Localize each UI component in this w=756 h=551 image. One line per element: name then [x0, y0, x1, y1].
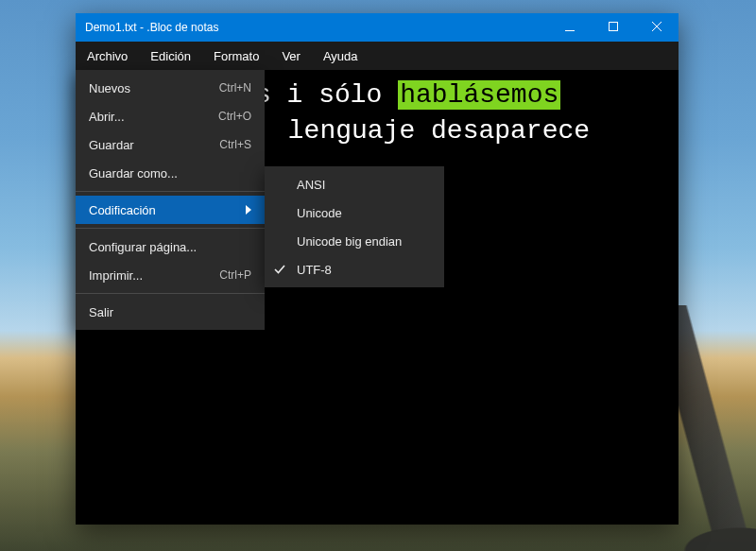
minimize-button[interactable]	[548, 13, 592, 42]
menu-item-imprimir[interactable]: Imprimir... Ctrl+P	[76, 261, 265, 289]
menu-item-label: Imprimir...	[89, 268, 202, 283]
menu-item-label: UTF-8	[297, 263, 431, 277]
minimize-icon	[565, 21, 575, 34]
menu-item-shortcut: Ctrl+N	[219, 81, 251, 95]
menu-item-shortcut: Ctrl+O	[218, 110, 251, 123]
menu-item-label: Guardar como...	[89, 166, 251, 181]
menu-separator	[76, 293, 265, 294]
menu-item-label: Guardar	[89, 138, 202, 152]
menu-item-label: Abrir...	[89, 110, 201, 124]
encoding-option-unicode-be[interactable]: Unicode big endian	[265, 227, 444, 255]
menu-item-nuevos[interactable]: Nuevos Ctrl+N	[76, 74, 265, 102]
menu-item-label: Unicode big endian	[297, 234, 431, 249]
encoding-option-ansi[interactable]: ANSI	[265, 170, 444, 198]
menu-ver[interactable]: Ver	[270, 42, 312, 70]
editor-text: s i sólo	[255, 80, 398, 110]
menubar: Archivo Edición Formato Ver Ayuda	[76, 42, 679, 70]
window-title: Demo1.txt - .Bloc de notas	[85, 21, 548, 34]
menu-item-label: Codificación	[89, 203, 225, 217]
menu-item-codificacion[interactable]: Codificación	[76, 196, 265, 224]
menu-item-label: Nuevos	[89, 81, 202, 95]
chevron-right-icon	[242, 205, 251, 215]
menu-item-configurar-pagina[interactable]: Configurar página...	[76, 232, 265, 261]
menu-item-label: Salir	[89, 305, 251, 319]
close-icon	[652, 21, 662, 34]
menu-item-shortcut: Ctrl+S	[219, 138, 251, 151]
menu-item-guardar-como[interactable]: Guardar como...	[76, 159, 265, 187]
check-icon	[274, 264, 287, 275]
menu-formato[interactable]: Formato	[202, 42, 270, 70]
maximize-icon	[609, 21, 618, 34]
menu-archivo[interactable]: Archivo	[76, 42, 139, 70]
titlebar[interactable]: Demo1.txt - .Bloc de notas	[76, 13, 679, 42]
maximize-button[interactable]	[592, 13, 635, 42]
menu-ayuda[interactable]: Ayuda	[312, 42, 369, 70]
menu-item-shortcut: Ctrl+P	[219, 268, 251, 282]
archivo-dropdown: Nuevos Ctrl+N Abrir... Ctrl+O Guardar Ct…	[76, 70, 265, 330]
menu-item-label: Configurar página...	[89, 240, 251, 254]
encoding-option-utf8[interactable]: UTF-8	[265, 255, 444, 284]
svg-rect-1	[610, 23, 618, 31]
codificacion-submenu: ANSI Unicode Unicode big endian UTF-8	[265, 166, 444, 287]
menu-item-abrir[interactable]: Abrir... Ctrl+O	[76, 102, 265, 130]
menu-item-label: Unicode	[297, 206, 431, 220]
menu-separator	[76, 228, 265, 229]
menu-item-guardar[interactable]: Guardar Ctrl+S	[76, 130, 265, 159]
menu-edicion[interactable]: Edición	[139, 42, 202, 70]
encoding-option-unicode[interactable]: Unicode	[265, 198, 444, 227]
close-button[interactable]	[635, 13, 679, 42]
menu-item-label: ANSI	[297, 178, 431, 192]
menu-item-salir[interactable]: Salir	[76, 298, 265, 326]
highlighted-text: hablásemos	[398, 80, 560, 110]
menu-separator	[76, 191, 265, 192]
